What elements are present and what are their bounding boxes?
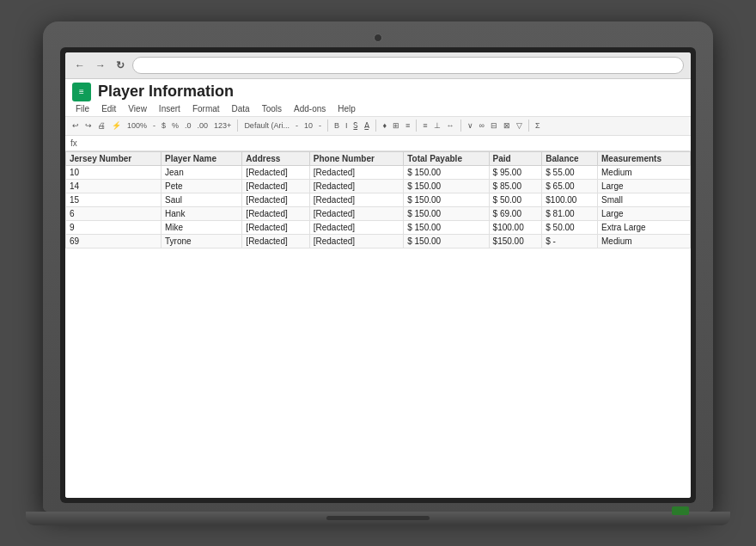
table-cell: [Redacted] bbox=[242, 179, 309, 193]
toolbar-item[interactable]: ⊟ bbox=[489, 120, 499, 131]
toolbar-divider bbox=[460, 120, 461, 132]
table-row[interactable]: 9Mike[Redacted][Redacted]$ 150.00$100.00… bbox=[66, 220, 691, 234]
table-cell: 6 bbox=[66, 206, 162, 220]
toolbar-item[interactable]: Σ bbox=[533, 120, 542, 131]
toolbar: ↩↪🖨⚡100%-$%.0.00123+Default (Ari...-10-B… bbox=[65, 117, 691, 136]
back-button[interactable]: ← bbox=[72, 58, 88, 72]
toolbar-item[interactable]: ⊠ bbox=[502, 120, 512, 131]
table-cell: Pete bbox=[162, 179, 242, 193]
table-cell: [Redacted] bbox=[242, 193, 309, 206]
sheets-icon: ≡ bbox=[72, 83, 91, 101]
table-cell: $ 55.00 bbox=[542, 165, 598, 179]
toolbar-item[interactable]: ⚡ bbox=[110, 120, 123, 131]
address-bar[interactable] bbox=[132, 57, 684, 74]
table-cell: $100.00 bbox=[489, 220, 542, 234]
column-header: Total Payable bbox=[404, 151, 489, 165]
table-cell: 14 bbox=[66, 179, 162, 193]
toolbar-item[interactable]: ↔ bbox=[445, 120, 456, 131]
toolbar-item[interactable]: ≡ bbox=[404, 120, 412, 131]
table-cell: Hank bbox=[162, 206, 242, 220]
table-cell: [Redacted] bbox=[242, 234, 309, 248]
data-table: Jersey NumberPlayer NameAddressPhone Num… bbox=[65, 151, 691, 248]
formula-bar: fx bbox=[65, 136, 691, 151]
toolbar-item[interactable]: % bbox=[170, 120, 180, 131]
toolbar-item[interactable]: 123+ bbox=[212, 120, 233, 131]
toolbar-item[interactable]: ⊥ bbox=[432, 120, 442, 131]
toolbar-item[interactable]: ∨ bbox=[466, 120, 475, 131]
table-cell: [Redacted] bbox=[309, 234, 403, 248]
table-cell: 10 bbox=[66, 165, 162, 179]
menu-item-format[interactable]: Format bbox=[191, 103, 222, 114]
menu-item-tools[interactable]: Tools bbox=[260, 103, 284, 114]
sheets-header: ≡ Player Information FileEditViewInsertF… bbox=[65, 79, 691, 117]
power-indicator bbox=[672, 506, 689, 515]
laptop-shell: ← → ↻ ≡ Player Information FileEditViewI… bbox=[43, 21, 713, 512]
menu-item-edit[interactable]: Edit bbox=[100, 103, 118, 114]
table-row[interactable]: 10Jean[Redacted][Redacted]$ 150.00$ 95.0… bbox=[66, 165, 691, 179]
table-cell: $ - bbox=[542, 234, 598, 248]
table-cell: [Redacted] bbox=[242, 220, 309, 234]
toolbar-item[interactable]: .0 bbox=[183, 120, 193, 131]
table-cell: $ 81.00 bbox=[542, 206, 598, 220]
table-cell: Tyrone bbox=[162, 234, 242, 248]
toolbar-item[interactable]: ≡ bbox=[421, 120, 429, 131]
table-cell: $150.00 bbox=[489, 234, 542, 248]
toolbar-item[interactable]: - bbox=[151, 120, 157, 131]
toolbar-item[interactable]: - bbox=[294, 120, 300, 131]
table-cell: [Redacted] bbox=[309, 193, 403, 206]
camera bbox=[374, 34, 382, 42]
menu-item-view[interactable]: View bbox=[126, 103, 149, 114]
column-header: Balance bbox=[542, 151, 598, 165]
table-row[interactable]: 6Hank[Redacted][Redacted]$ 150.00$ 69.00… bbox=[66, 206, 691, 220]
table-cell: $ 150.00 bbox=[404, 193, 489, 206]
toolbar-item[interactable]: ⊞ bbox=[391, 120, 401, 131]
toolbar-item[interactable]: $ bbox=[160, 120, 168, 131]
table-cell: Jean bbox=[162, 165, 242, 179]
toolbar-item[interactable]: ▽ bbox=[515, 120, 524, 131]
toolbar-item[interactable]: S̲ bbox=[351, 120, 360, 131]
column-header: Jersey Number bbox=[66, 151, 162, 165]
table-row[interactable]: 14Pete[Redacted][Redacted]$ 150.00$ 85.0… bbox=[66, 179, 691, 193]
toolbar-item[interactable]: ↩ bbox=[70, 120, 81, 131]
table-cell: [Redacted] bbox=[309, 179, 403, 193]
table-cell: $ 50.00 bbox=[542, 220, 598, 234]
forward-button[interactable]: → bbox=[93, 58, 108, 72]
table-cell: $ 69.00 bbox=[489, 206, 542, 220]
menu-item-insert[interactable]: Insert bbox=[157, 103, 182, 114]
menu-item-add-ons[interactable]: Add-ons bbox=[292, 103, 327, 114]
table-cell: Mike bbox=[162, 220, 242, 234]
toolbar-item[interactable]: ∞ bbox=[478, 120, 486, 131]
table-cell: 15 bbox=[66, 193, 162, 206]
table-row[interactable]: 69Tyrone[Redacted][Redacted]$ 150.00$150… bbox=[66, 234, 691, 248]
menu-item-file[interactable]: File bbox=[74, 103, 91, 114]
menu-item-help[interactable]: Help bbox=[336, 103, 357, 114]
refresh-button[interactable]: ↻ bbox=[113, 58, 127, 72]
toolbar-item[interactable]: A̲ bbox=[363, 120, 371, 131]
toolbar-item[interactable]: B bbox=[332, 120, 341, 131]
toolbar-item[interactable]: 100% bbox=[125, 120, 149, 131]
screen: ← → ↻ ≡ Player Information FileEditViewI… bbox=[65, 52, 691, 498]
toolbar-divider bbox=[416, 120, 417, 132]
table-cell: $100.00 bbox=[542, 193, 598, 206]
toolbar-item[interactable]: Default (Ari... bbox=[242, 120, 291, 131]
menu-item-data[interactable]: Data bbox=[230, 103, 252, 114]
table-cell: [Redacted] bbox=[309, 165, 403, 179]
toolbar-item[interactable]: 10 bbox=[302, 120, 314, 131]
table-cell: Medium bbox=[597, 165, 690, 179]
toolbar-item[interactable]: ↪ bbox=[83, 120, 94, 131]
spreadsheet-area[interactable]: Jersey NumberPlayer NameAddressPhone Num… bbox=[65, 151, 691, 498]
table-row[interactable]: 15Saul[Redacted][Redacted]$ 150.00$ 50.0… bbox=[66, 193, 691, 206]
page-title: Player Information bbox=[98, 83, 234, 101]
toolbar-item[interactable]: I bbox=[344, 120, 350, 131]
toolbar-divider bbox=[375, 120, 376, 132]
table-cell: 9 bbox=[66, 220, 162, 234]
toolbar-item[interactable]: ♦ bbox=[381, 120, 388, 131]
column-header: Player Name bbox=[162, 151, 242, 165]
laptop-hinge bbox=[326, 516, 430, 520]
toolbar-item[interactable]: 🖨 bbox=[96, 120, 107, 131]
column-header: Measurements bbox=[597, 151, 690, 165]
toolbar-item[interactable]: .00 bbox=[196, 120, 210, 131]
menu-bar: FileEditViewInsertFormatDataToolsAdd-ons… bbox=[72, 103, 684, 114]
toolbar-item[interactable]: - bbox=[317, 120, 323, 131]
table-cell: Saul bbox=[162, 193, 242, 206]
